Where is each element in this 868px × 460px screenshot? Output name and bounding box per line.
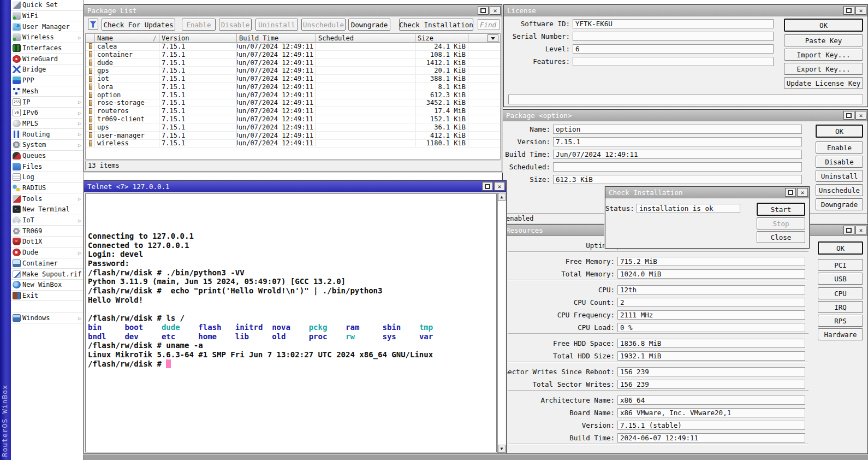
filter-button[interactable] <box>88 19 98 30</box>
close-button[interactable]: ✕ <box>490 6 501 15</box>
sidebar-item-radius[interactable]: RADIUS <box>11 183 83 194</box>
table-row[interactable]: option7.15.1Jun/07/2024 12:49:11612.3 Ki… <box>86 91 500 99</box>
sidebar-item-exit[interactable]: Exit <box>11 291 83 302</box>
rps-button[interactable]: RPS <box>818 315 863 327</box>
sidebar-item-dude[interactable]: Dude▷ <box>11 247 83 258</box>
hardware-button[interactable]: Hardware <box>818 328 863 340</box>
scroll-down-button[interactable]: ▼ <box>498 445 506 453</box>
field-value-total-hdd-size[interactable]: 1932.1 MiB <box>617 351 805 361</box>
stop-button[interactable]: Stop <box>757 217 805 229</box>
table-row[interactable]: wireless7.15.1Jun/07/2024 12:49:111180.1… <box>86 140 500 148</box>
table-row[interactable]: container7.15.1Jun/07/2024 12:49:11108.1… <box>86 51 500 59</box>
package-option-titlebar[interactable]: Package <option> ✕ <box>503 110 867 121</box>
disable-button[interactable]: Disable <box>219 19 252 31</box>
sidebar-item-interfaces[interactable]: Interfaces <box>11 43 83 54</box>
field-value-size[interactable]: 612.3 KiB <box>553 175 802 184</box>
maximize-button[interactable] <box>843 226 854 234</box>
maximize-button[interactable] <box>482 182 493 191</box>
column-header-build-time[interactable]: Build Time <box>237 34 316 43</box>
downgrade-button[interactable]: Downgrade <box>816 198 863 210</box>
sidebar-item-ip[interactable]: IP▷ <box>11 97 83 108</box>
table-row[interactable]: ups7.15.1Jun/07/2024 12:49:1136.1 KiB <box>86 123 500 132</box>
sidebar-item-files[interactable]: Files <box>11 161 83 172</box>
disable-button[interactable]: Disable <box>816 156 863 168</box>
start-button[interactable]: Start <box>757 203 805 216</box>
sidebar-item-user-manager[interactable]: User Manager <box>11 21 83 32</box>
field-value-cpu-frequency[interactable]: 2111 MHz <box>617 310 805 320</box>
find-input[interactable] <box>478 19 500 30</box>
column-header-size[interactable]: Size <box>415 34 468 43</box>
field-value-architecture-name[interactable]: x86_64 <box>617 396 805 405</box>
enable-button[interactable]: Enable <box>816 141 863 154</box>
enable-button[interactable]: Enable <box>182 19 216 31</box>
check-for-updates-button[interactable]: Check For Updates <box>102 19 175 31</box>
status-value[interactable]: installation is ok <box>637 204 740 213</box>
ok-button[interactable]: OK <box>784 19 863 32</box>
license-titlebar[interactable]: License ✕ <box>504 5 867 16</box>
field-value-total-sector-writes[interactable]: 156 239 <box>617 380 805 389</box>
sidebar-item-mesh[interactable]: Mesh <box>11 86 83 97</box>
sidebar-item-routing[interactable]: Routing▷ <box>11 129 83 140</box>
field-value-free-hdd-space[interactable]: 1836.8 MiB <box>617 339 805 348</box>
terminal-area[interactable]: Connecting to 127.0.0.1 Connected to 127… <box>85 193 497 452</box>
close-button[interactable]: ✕ <box>494 182 505 191</box>
column-select-button[interactable] <box>487 34 498 42</box>
table-row[interactable]: lora7.15.1Jun/07/2024 12:49:118.1 KiB <box>86 83 500 91</box>
uninstall-button[interactable]: Uninstall <box>255 19 298 31</box>
maximize-button[interactable] <box>843 111 854 120</box>
close-button[interactable]: Close <box>757 231 805 243</box>
sidebar-item-make-supout-rif[interactable]: Make Supout.rif <box>11 269 83 280</box>
scroll-up-button[interactable]: ▲ <box>498 193 506 201</box>
check-installation-titlebar[interactable]: Check Installation ✕ <box>605 187 809 198</box>
package-list-titlebar[interactable]: Package List ✕ <box>84 5 502 16</box>
sidebar-item-bridge[interactable]: Bridge <box>11 64 83 75</box>
field-value-build-time[interactable]: Jun/07/2024 12:49:11 <box>553 150 802 159</box>
sidebar-item-iot[interactable]: IoT▷ <box>11 215 83 226</box>
update-license-key-button[interactable]: Update License Key <box>784 77 863 89</box>
field-value-software-id[interactable]: YFTK-EK6U <box>573 19 774 28</box>
field-value-level[interactable]: 6 <box>573 44 774 54</box>
field-value-sector-writes-since-reboot[interactable]: 156 239 <box>617 367 805 376</box>
sidebar-item-log[interactable]: Log <box>11 172 83 183</box>
field-value-version[interactable]: 7.15.1 <box>553 137 802 146</box>
table-row[interactable]: routeros7.15.1Jun/07/2024 12:49:1117.4 M… <box>86 107 500 115</box>
maximize-button[interactable] <box>843 6 854 15</box>
field-value-features[interactable] <box>573 57 774 66</box>
paste-key-button[interactable]: Paste Key <box>784 34 863 46</box>
sidebar-item-quick-set[interactable]: Quick Set <box>11 0 83 11</box>
sidebar-item-ipv6[interactable]: IPv6▷ <box>11 108 83 119</box>
close-button[interactable]: ✕ <box>855 226 866 234</box>
cpu-button[interactable]: CPU <box>818 287 863 299</box>
usb-button[interactable]: USB <box>818 273 863 285</box>
sidebar-item-tr069[interactable]: TR069 <box>11 226 83 237</box>
export-key-button[interactable]: Export Key... <box>784 63 863 75</box>
telnet-titlebar[interactable]: Telnet <7> 127.0.0.1 ✕ <box>84 181 506 192</box>
maximize-button[interactable] <box>478 6 489 15</box>
pci-button[interactable]: PCI <box>818 259 863 271</box>
uninstall-button[interactable]: Uninstall <box>816 170 863 182</box>
sidebar-item-new-terminal[interactable]: New Terminal <box>11 204 83 215</box>
ok-button[interactable]: OK <box>818 241 863 255</box>
field-value-version[interactable]: 7.15.1 (stable) <box>617 421 805 430</box>
sidebar-item-new-winbox[interactable]: New WinBox <box>11 280 83 291</box>
field-value-build-time[interactable]: 2024-06-07 12:49:11 <box>617 433 805 443</box>
table-row[interactable]: user-manager7.15.1Jun/07/2024 12:49:1141… <box>86 132 500 140</box>
sidebar-item-container[interactable]: Container <box>11 258 83 269</box>
table-row[interactable]: tr069-client7.15.1Jun/07/2024 12:49:1115… <box>86 115 500 123</box>
sidebar-item-mpls[interactable]: MPLS▷ <box>11 119 83 129</box>
irq-button[interactable]: IRQ <box>818 301 863 313</box>
field-value-total-memory[interactable]: 1024.0 MiB <box>617 269 805 279</box>
import-key-button[interactable]: Import Key... <box>784 49 863 61</box>
column-header-version[interactable]: Version <box>159 34 237 43</box>
table-row[interactable]: rose-storage7.15.1Jun/07/2024 12:49:1134… <box>86 99 500 108</box>
field-value-cpu-load[interactable]: 0 % <box>617 323 805 332</box>
table-row[interactable]: calea7.15.1Jun/07/2024 12:49:1124.1 KiB <box>86 43 500 51</box>
table-row[interactable]: dude7.15.1Jun/07/2024 12:49:111412.1 KiB <box>86 59 500 67</box>
close-button[interactable]: ✕ <box>855 111 866 120</box>
field-value-serial-number[interactable] <box>573 32 774 41</box>
column-header-scheduled[interactable]: Scheduled <box>316 34 415 43</box>
field-value-board-name[interactable]: x86 VMware, Inc. VMware20,1 <box>617 408 805 417</box>
ok-button[interactable]: OK <box>816 125 863 138</box>
field-value-scheduled[interactable] <box>553 162 802 172</box>
sidebar-item-system[interactable]: System▷ <box>11 140 83 151</box>
